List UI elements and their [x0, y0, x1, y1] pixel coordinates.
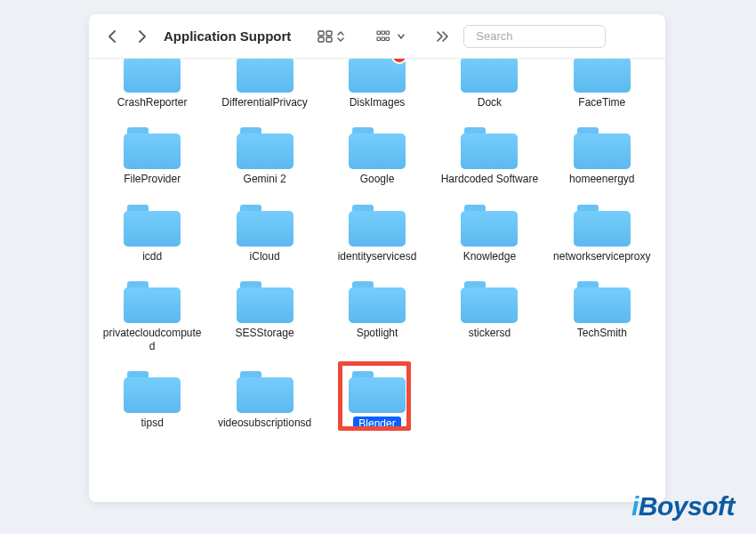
folder-label: DiskImages [350, 96, 406, 109]
folder-label: iCloud [250, 250, 280, 263]
folder-label: Google [360, 173, 395, 185]
window-title: Application Support [164, 28, 291, 44]
folder-label: networkserviceproxy [553, 250, 650, 263]
folder-label: Spotlight [357, 327, 398, 339]
folder-item[interactable]: networkserviceproxy [550, 200, 655, 263]
folder-icon [349, 202, 406, 247]
svg-rect-6 [386, 31, 390, 35]
finder-window: Application Support [89, 14, 665, 502]
folder-label: Knowledge [463, 250, 516, 263]
folder-item[interactable]: DifferentialPrivacy [212, 59, 317, 109]
folder-item[interactable]: iCloud [212, 200, 317, 263]
folder-label: Gemini 2 [244, 173, 286, 185]
folder-label: privatecloudcomputed [102, 327, 202, 352]
back-button[interactable] [100, 26, 125, 47]
folder-item[interactable]: TechSmith [550, 277, 655, 352]
folder-item[interactable]: SESStorage [212, 277, 317, 352]
folder-icon [574, 125, 631, 169]
folder-item[interactable]: Spotlight [325, 277, 430, 352]
folder-item[interactable]: privatecloudcomputed [100, 277, 205, 352]
folder-item[interactable]: identityservicesd [325, 200, 430, 263]
toolbar: Application Support [89, 14, 665, 59]
folder-icon [349, 59, 406, 93]
folder-item[interactable]: Gemini 2 [212, 123, 317, 185]
folder-item[interactable]: FileProvider [100, 123, 205, 185]
folder-icon [574, 59, 631, 93]
content-area[interactable]: CrashReporterDifferentialPrivacyDiskImag… [89, 59, 665, 502]
folder-item[interactable]: DiskImages [325, 59, 430, 109]
folder-label: CrashReporter [117, 96, 188, 109]
folder-item[interactable]: icdd [100, 200, 205, 263]
folder-label: videosubscriptionsd [218, 417, 311, 429]
folder-item[interactable]: videosubscriptionsd [212, 367, 317, 431]
group-by-button[interactable] [371, 28, 410, 45]
more-button[interactable] [431, 31, 453, 42]
folder-icon [461, 279, 518, 323]
folder-icon [349, 368, 406, 413]
folder-icon [461, 125, 518, 169]
folder-item[interactable]: stickersd [437, 277, 542, 352]
folder-icon [574, 279, 631, 323]
folder-label: Hardcoded Software [441, 173, 538, 185]
svg-rect-1 [326, 31, 332, 36]
folder-item[interactable]: Dock [437, 59, 542, 109]
svg-rect-9 [386, 37, 390, 41]
folder-item[interactable]: homeenergyd [550, 123, 655, 185]
folder-label: stickersd [469, 327, 511, 339]
watermark: iBoysoft [631, 491, 735, 522]
up-down-icon [337, 31, 344, 42]
folder-icon [237, 125, 294, 169]
svg-rect-3 [326, 37, 332, 42]
folder-icon [349, 125, 406, 169]
folder-item[interactable]: FaceTime [550, 59, 655, 109]
folder-icon [237, 368, 294, 413]
folder-label: Dock [478, 96, 502, 109]
folder-icon [349, 279, 406, 323]
folder-label: Blender [353, 417, 400, 431]
folder-icon [124, 368, 181, 413]
svg-rect-0 [318, 31, 324, 36]
folder-label: homeenergyd [569, 173, 634, 185]
forward-button[interactable] [130, 26, 155, 47]
svg-rect-8 [382, 37, 385, 41]
folder-label: TechSmith [577, 327, 627, 339]
search-field[interactable] [463, 25, 606, 48]
svg-rect-2 [318, 37, 324, 42]
folder-item[interactable]: tipsd [100, 367, 205, 431]
folder-item[interactable]: Google [325, 123, 430, 185]
folder-icon [237, 279, 294, 323]
folder-label: FileProvider [124, 173, 181, 185]
folder-icon [237, 202, 294, 247]
folder-item[interactable]: Knowledge [437, 200, 542, 263]
svg-rect-7 [377, 37, 381, 41]
svg-rect-4 [377, 31, 381, 35]
folder-icon [461, 59, 518, 93]
folder-icon [237, 59, 294, 93]
folder-icon [124, 202, 181, 247]
folder-icon [574, 202, 631, 247]
svg-rect-5 [382, 31, 385, 35]
folder-label: SESStorage [236, 327, 294, 339]
folder-item[interactable]: Hardcoded Software [437, 123, 542, 185]
folder-item[interactable]: Blender [325, 367, 430, 431]
folder-label: FaceTime [578, 96, 625, 109]
chevron-down-icon [398, 33, 405, 40]
folder-label: icdd [142, 250, 162, 263]
folder-icon [124, 59, 181, 93]
folder-icon [461, 202, 518, 247]
folder-icon [124, 279, 181, 323]
folder-label: tipsd [141, 417, 164, 429]
search-input[interactable] [476, 29, 625, 43]
folder-label: DifferentialPrivacy [221, 96, 307, 109]
folder-icon [124, 125, 181, 169]
view-mode-button[interactable] [312, 28, 350, 45]
folder-item[interactable]: CrashReporter [100, 59, 205, 109]
folder-label: identityservicesd [338, 250, 417, 263]
